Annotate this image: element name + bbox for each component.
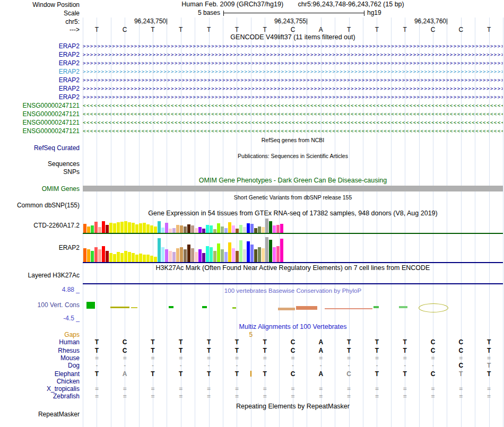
alignment-base: = — [195, 393, 223, 400]
genome-browser-image: Window Position Human Feb. 2009 (GRCh37/… — [0, 0, 504, 427]
alignment-base: = — [139, 385, 167, 393]
alignment-base: = — [83, 385, 111, 393]
alignment-base: = — [307, 393, 335, 400]
species-label-mouse[interactable]: Mouse — [0, 354, 80, 362]
alignment-base: C — [111, 347, 139, 354]
alignment-base: - — [195, 362, 223, 369]
alignment-base: C — [447, 347, 475, 354]
alignment-base: A — [307, 347, 335, 354]
alignment-base: = — [139, 354, 167, 362]
alignment-base: = — [391, 393, 419, 400]
alignment-base: = — [335, 354, 363, 362]
species-label-rhesus[interactable]: Rhesus — [0, 347, 80, 354]
alignment-base: T — [167, 347, 195, 354]
alignment-base: = — [475, 385, 503, 393]
alignment-base: T — [139, 347, 167, 354]
alignment-base: T — [475, 347, 503, 354]
alignment-base: T — [83, 338, 111, 346]
alignment-base: C — [447, 362, 475, 369]
alignment-base: - — [307, 362, 335, 369]
alignment-base: = — [447, 393, 475, 400]
alignment-base: = — [419, 393, 447, 400]
alignment-base: = — [83, 354, 111, 362]
alignment-base: - — [391, 362, 419, 369]
species-label-x_tropicalis[interactable]: X_tropicalis — [0, 385, 80, 393]
alignment-base: T — [83, 347, 111, 354]
alignment-base: C — [111, 338, 139, 346]
alignment-base: T — [447, 370, 475, 378]
alignment-base: = — [251, 393, 279, 400]
alignment-base: = — [167, 393, 195, 400]
alignment-base: = — [391, 354, 419, 362]
alignment-base: T — [363, 338, 391, 346]
alignment-base: T — [475, 362, 503, 369]
alignment-base: T — [223, 338, 251, 346]
alignment-base: C — [447, 338, 475, 346]
alignment-base: = — [251, 385, 279, 393]
alignment-base: - — [83, 362, 111, 369]
alignment-base: - — [419, 362, 447, 369]
alignment-base: = — [307, 385, 335, 393]
alignment-base: - — [111, 362, 139, 369]
alignment-base: T — [335, 347, 363, 354]
alignment-base: C — [419, 338, 447, 346]
species-label-dog[interactable]: Dog — [0, 362, 80, 369]
alignment-base: C — [419, 347, 447, 354]
multiz-alignment-rows: HumanTCTTTTTCATTTCCTRhesusTCTTTTTCATTTCC… — [0, 0, 504, 427]
alignment-base: T — [391, 370, 419, 378]
alignment-base: T — [475, 338, 503, 346]
species-label-chicken[interactable]: Chicken — [0, 378, 80, 385]
alignment-base: = — [363, 354, 391, 362]
alignment-base: T — [391, 338, 419, 346]
alignment-base: = — [111, 385, 139, 393]
alignment-base: = — [447, 354, 475, 362]
alignment-base: C — [279, 338, 307, 346]
alignment-base: = — [167, 354, 195, 362]
alignment-base: = — [223, 354, 251, 362]
alignment-base: = — [391, 385, 419, 393]
alignment-base: = — [195, 385, 223, 393]
alignment-base: = — [419, 354, 447, 362]
alignment-base: = — [363, 385, 391, 393]
alignment-insert-marker — [250, 371, 251, 377]
alignment-base: T — [363, 370, 391, 378]
alignment-base: = — [475, 393, 503, 400]
alignment-base: C — [335, 370, 363, 378]
alignment-base: - — [251, 362, 279, 369]
alignment-base: T — [251, 338, 279, 346]
alignment-base: A — [111, 370, 139, 378]
alignment-base: = — [335, 393, 363, 400]
alignment-base: = — [279, 354, 307, 362]
repeatmasker-label[interactable]: RepeatMasker — [0, 411, 80, 418]
alignment-base: - — [335, 362, 363, 369]
alignment-base: = — [419, 385, 447, 393]
alignment-base: = — [223, 385, 251, 393]
alignment-base: T — [195, 338, 223, 346]
alignment-base: T — [223, 370, 251, 378]
alignment-base: T — [475, 370, 503, 378]
species-label-elephant[interactable]: Elephant — [0, 370, 80, 378]
alignment-base: T — [223, 347, 251, 354]
alignment-base: A — [307, 338, 335, 346]
alignment-base: T — [167, 370, 195, 378]
alignment-base: A — [307, 370, 335, 378]
alignment-base: T — [195, 347, 223, 354]
alignment-base: = — [111, 354, 139, 362]
alignment-base: T — [139, 370, 167, 378]
alignment-base: C — [279, 347, 307, 354]
alignment-base: = — [475, 354, 503, 362]
species-label-human[interactable]: Human — [0, 338, 80, 346]
alignment-base: - — [363, 362, 391, 369]
repeatmasker-track-header[interactable]: Repeating Elements by RepeatMasker — [83, 403, 503, 410]
alignment-base: T — [139, 338, 167, 346]
alignment-base: = — [251, 354, 279, 362]
alignment-base: = — [139, 393, 167, 400]
alignment-base: T — [167, 338, 195, 346]
alignment-base: = — [307, 354, 335, 362]
alignment-base: T — [83, 370, 111, 378]
alignment-base: = — [335, 385, 363, 393]
alignment-base: - — [279, 362, 307, 369]
species-label-zebrafish[interactable]: Zebrafish — [0, 393, 80, 400]
alignment-base: = — [363, 393, 391, 400]
alignment-base: - — [139, 362, 167, 369]
